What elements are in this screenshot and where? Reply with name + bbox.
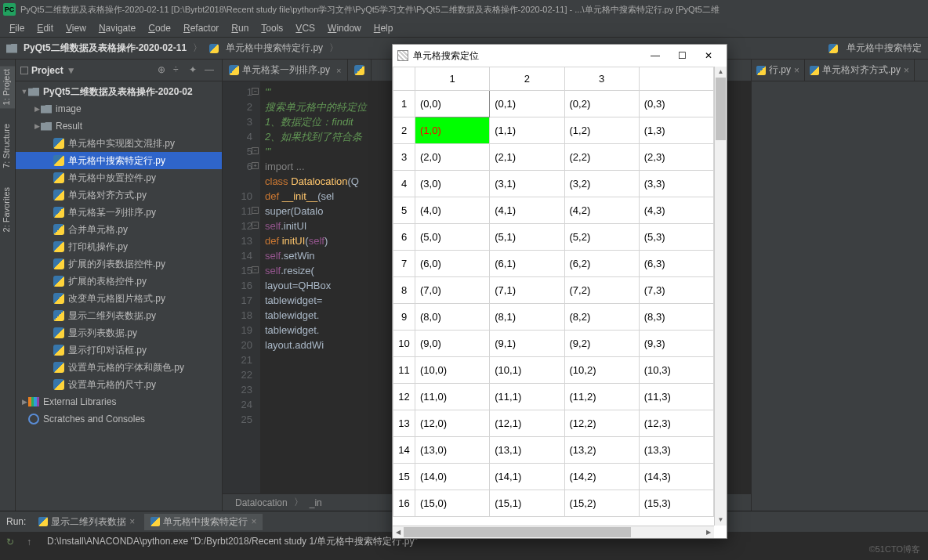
row-header[interactable]: 14 bbox=[393, 437, 415, 464]
table-cell[interactable]: (12,3) bbox=[639, 410, 713, 437]
tree-row[interactable]: ▶image bbox=[16, 100, 222, 117]
table-cell[interactable]: (4,3) bbox=[639, 197, 713, 224]
table-cell[interactable]: (3,3) bbox=[639, 171, 713, 197]
menu-code[interactable]: Code bbox=[142, 21, 177, 35]
table-cell[interactable]: (14,0) bbox=[415, 464, 490, 490]
table-cell[interactable]: (2,2) bbox=[564, 144, 639, 171]
table-cell[interactable]: (5,1) bbox=[490, 224, 564, 251]
tree-row[interactable]: 显示列表数据.py bbox=[16, 324, 222, 341]
table-cell[interactable]: (3,1) bbox=[490, 171, 564, 197]
tree-row[interactable]: 显示打印对话框.py bbox=[16, 341, 222, 359]
menu-vcs[interactable]: VCS bbox=[289, 21, 321, 35]
table-cell[interactable]: (5,0) bbox=[415, 224, 490, 251]
table-cell[interactable]: (9,0) bbox=[415, 331, 490, 357]
vertical-scrollbar[interactable]: ▲ ▼ bbox=[714, 67, 727, 526]
table-cell[interactable]: (9,2) bbox=[564, 331, 639, 357]
row-header[interactable]: 1 bbox=[393, 91, 415, 117]
table-cell[interactable]: (12,1) bbox=[490, 410, 564, 437]
row-header[interactable]: 16 bbox=[393, 490, 415, 517]
table-cell[interactable]: (4,0) bbox=[415, 197, 490, 224]
column-header[interactable] bbox=[639, 67, 713, 91]
run-tab[interactable]: 单元格中搜索特定行× bbox=[144, 514, 263, 530]
column-header[interactable]: 1 bbox=[415, 67, 490, 91]
divide-icon[interactable]: ÷ bbox=[173, 64, 186, 77]
row-header[interactable]: 9 bbox=[393, 304, 415, 331]
menu-file[interactable]: File bbox=[3, 21, 31, 35]
row-header[interactable]: 3 bbox=[393, 144, 415, 171]
table-cell[interactable]: (0,0) bbox=[415, 91, 490, 117]
scroll-right-icon[interactable]: ▶ bbox=[703, 526, 714, 538]
table-cell[interactable]: (8,1) bbox=[490, 304, 564, 331]
scroll-down-icon[interactable]: ▼ bbox=[715, 515, 727, 526]
table-cell[interactable]: (15,0) bbox=[415, 490, 490, 517]
editor-tab[interactable]: 单元格对齐方式.py× bbox=[805, 60, 915, 81]
column-header[interactable]: 2 bbox=[490, 67, 564, 91]
menu-refactor[interactable]: Refactor bbox=[177, 21, 225, 35]
tree-row[interactable]: 扩展的表格控件.py bbox=[16, 273, 222, 290]
table-cell[interactable]: (0,1) bbox=[490, 91, 564, 117]
close-icon[interactable]: × bbox=[794, 65, 799, 76]
table-cell[interactable]: (0,2) bbox=[564, 91, 639, 117]
side-tab[interactable]: 2: Favorites bbox=[0, 184, 15, 235]
table-cell[interactable]: (13,3) bbox=[639, 437, 713, 464]
table-cell[interactable]: (13,0) bbox=[415, 437, 490, 464]
column-header[interactable]: 3 bbox=[564, 67, 639, 91]
row-header[interactable]: 11 bbox=[393, 357, 415, 384]
row-header[interactable]: 4 bbox=[393, 171, 415, 197]
scrollbar-thumb[interactable] bbox=[404, 527, 631, 537]
tree-row[interactable]: 单元格对齐方式.py bbox=[16, 186, 222, 204]
side-tab[interactable]: 7: Structure bbox=[0, 121, 15, 172]
table-cell[interactable]: (11,0) bbox=[415, 384, 490, 410]
table-cell[interactable]: (1,3) bbox=[639, 117, 713, 144]
table-cell[interactable]: (1,0) bbox=[415, 117, 490, 144]
menu-window[interactable]: Window bbox=[321, 21, 368, 35]
menu-run[interactable]: Run bbox=[225, 21, 255, 35]
gear-icon[interactable]: ✦ bbox=[189, 64, 201, 77]
editor-tab[interactable]: 行.py× bbox=[752, 60, 805, 81]
row-header[interactable]: 15 bbox=[393, 464, 415, 490]
rerun-icon[interactable]: ↻ bbox=[6, 537, 17, 547]
row-header[interactable]: 2 bbox=[393, 117, 415, 144]
tree-row[interactable]: Scratches and Consoles bbox=[16, 410, 222, 428]
table-cell[interactable]: (2,0) bbox=[415, 144, 490, 171]
row-header[interactable]: 7 bbox=[393, 251, 415, 277]
bc-class[interactable]: Datalocation bbox=[235, 497, 288, 508]
table-cell[interactable]: (13,2) bbox=[564, 437, 639, 464]
table-cell[interactable]: (5,2) bbox=[564, 224, 639, 251]
table-cell[interactable]: (10,0) bbox=[415, 357, 490, 384]
table-cell[interactable]: (8,0) bbox=[415, 304, 490, 331]
table-cell[interactable]: (7,3) bbox=[639, 277, 713, 304]
tree-row[interactable]: 单元格某一列排序.py bbox=[16, 204, 222, 221]
scrollbar-thumb[interactable] bbox=[716, 78, 726, 140]
table-cell[interactable]: (7,0) bbox=[415, 277, 490, 304]
table-widget[interactable]: 1231(0,0)(0,1)(0,2)(0,3)2(1,0)(1,1)(1,2)… bbox=[393, 67, 714, 517]
minimize-button[interactable]: — bbox=[642, 46, 669, 65]
tree-row[interactable]: ▼PyQt5二维数据及表格操作-2020-02 bbox=[16, 83, 222, 100]
hide-icon[interactable]: — bbox=[205, 64, 217, 77]
tree-row[interactable]: 单元格中放置控件.py bbox=[16, 169, 222, 186]
table-cell[interactable]: (9,1) bbox=[490, 331, 564, 357]
menu-navigate[interactable]: Navigate bbox=[92, 21, 142, 35]
table-cell[interactable]: (1,2) bbox=[564, 117, 639, 144]
table-cell[interactable]: (11,2) bbox=[564, 384, 639, 410]
close-icon[interactable]: × bbox=[251, 516, 256, 527]
editor-tab[interactable]: 单元格某一列排序.py× bbox=[223, 60, 348, 81]
editor-tab[interactable] bbox=[348, 60, 372, 81]
table-cell[interactable]: (15,1) bbox=[490, 490, 564, 517]
table-cell[interactable]: (2,1) bbox=[490, 144, 564, 171]
table-cell[interactable]: (2,3) bbox=[639, 144, 713, 171]
run-tab[interactable]: 显示二维列表数据× bbox=[32, 514, 141, 530]
project-title[interactable]: Project bbox=[31, 65, 63, 76]
table-cell[interactable]: (0,3) bbox=[639, 91, 713, 117]
menu-help[interactable]: Help bbox=[368, 21, 400, 35]
dropdown-icon[interactable]: ▼ bbox=[67, 65, 76, 76]
close-icon[interactable]: × bbox=[336, 66, 341, 75]
table-cell[interactable]: (11,1) bbox=[490, 384, 564, 410]
tree-row[interactable]: 显示二维列表数据.py bbox=[16, 307, 222, 324]
table-cell[interactable]: (10,1) bbox=[490, 357, 564, 384]
table-cell[interactable]: (8,2) bbox=[564, 304, 639, 331]
table-cell[interactable]: (10,3) bbox=[639, 357, 713, 384]
table-cell[interactable]: (14,1) bbox=[490, 464, 564, 490]
table-cell[interactable]: (1,1) bbox=[490, 117, 564, 144]
table-cell[interactable]: (3,2) bbox=[564, 171, 639, 197]
